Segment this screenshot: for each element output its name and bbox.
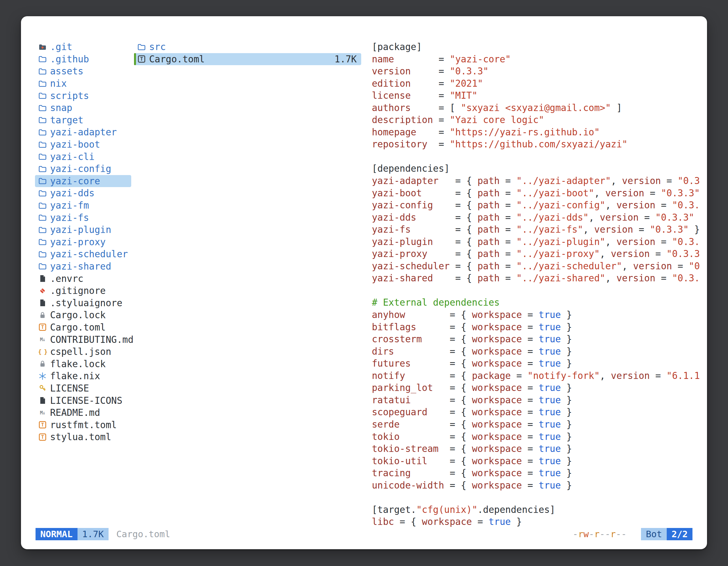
code-line: yazi-proxy = { path = "../yazi-proxy", v… — [372, 248, 705, 260]
item-size: 1.7K — [335, 54, 359, 65]
code-line: unicode-width = { workspace = true } — [372, 479, 705, 492]
file-row[interactable]: .gitignore — [35, 285, 131, 297]
code-line: futures = { workspace = true } — [372, 357, 705, 370]
dir-row[interactable]: yazi-proxy — [35, 236, 131, 248]
code-line: notify = { package = "notify-fork", vers… — [372, 370, 705, 382]
dir-row[interactable]: yazi-dds — [35, 187, 131, 200]
dir-row[interactable]: yazi-boot — [35, 139, 131, 151]
item-label: Cargo.toml — [50, 322, 106, 333]
dir-row[interactable]: yazi-cli — [35, 151, 131, 163]
code-line: libc = { workspace = true } — [372, 516, 705, 528]
dir-row[interactable]: yazi-config — [35, 163, 131, 175]
status-filename: Cargo.toml — [116, 529, 170, 539]
item-label: yazi-config — [50, 163, 111, 174]
folder-icon — [136, 43, 147, 51]
code-line: [dependencies] — [372, 163, 705, 175]
item-label: yazi-core — [50, 176, 100, 187]
item-label: nix — [50, 78, 67, 89]
current-directory-pane: srcTCargo.toml1.7K — [134, 41, 361, 65]
folder-icon — [37, 201, 48, 210]
item-label: yazi-cli — [50, 151, 95, 162]
file-row[interactable]: .styluaignore — [35, 297, 131, 309]
folder-icon — [37, 55, 48, 63]
file-size-chip: 1.7K — [78, 528, 109, 540]
item-label: flake.nix — [50, 370, 100, 381]
code-line: version = "0.3.3" — [372, 65, 705, 78]
code-line: yazi-scheduler = { path = "../yazi-sched… — [372, 260, 705, 273]
file-row[interactable]: M↓CONTRIBUTING.md — [35, 333, 131, 346]
toml-icon: T — [37, 323, 48, 331]
file-icon — [37, 299, 48, 307]
dir-row[interactable]: .github — [35, 53, 131, 65]
toml-dark-icon: T — [136, 55, 147, 63]
dir-row[interactable]: yazi-fs — [35, 212, 131, 224]
code-line: anyhow = { workspace = true } — [372, 309, 705, 321]
dir-row[interactable]: yazi-adapter — [35, 126, 131, 139]
dir-row[interactable]: .git — [35, 41, 131, 53]
file-row[interactable]: flake.nix — [35, 370, 131, 382]
mode-indicator: NORMAL — [36, 528, 78, 540]
folder-icon — [37, 152, 48, 161]
item-label: yazi-boot — [50, 139, 100, 150]
dir-row[interactable]: yazi-scheduler — [35, 248, 131, 261]
file-row[interactable]: Tstylua.toml — [35, 431, 131, 443]
file-row[interactable]: LICENSE — [35, 382, 131, 394]
toml-icon: T — [37, 421, 48, 428]
dir-row[interactable]: yazi-plugin — [35, 224, 131, 236]
folder-icon — [37, 91, 48, 100]
code-line: tracing = { workspace = true } — [372, 467, 705, 479]
code-line: yazi-config = { path = "../yazi-config",… — [372, 199, 705, 212]
dir-row[interactable]: assets — [35, 65, 131, 78]
file-row[interactable]: { }cspell.json — [35, 346, 131, 358]
file-row[interactable]: Cargo.lock — [35, 309, 131, 321]
file-row[interactable]: M↓README.md — [35, 407, 131, 419]
code-line: edition = "2021" — [372, 78, 705, 90]
dir-row[interactable]: yazi-core — [35, 175, 131, 187]
file-row[interactable]: Trustfmt.toml — [35, 419, 131, 431]
git-icon — [37, 286, 48, 295]
status-bar-right: -rw-r--r-- Bot 2/2 — [573, 528, 692, 540]
item-label: flake.lock — [50, 358, 106, 369]
file-icon — [37, 396, 48, 405]
item-label: target — [50, 115, 83, 126]
item-label: .envrc — [50, 273, 83, 284]
item-label: LICENSE — [50, 383, 89, 394]
dir-row[interactable]: yazi-fm — [35, 200, 131, 212]
item-label: yazi-scheduler — [50, 249, 128, 260]
folder-icon — [37, 189, 48, 198]
file-icon — [37, 274, 48, 283]
dir-row[interactable]: snap — [35, 102, 131, 114]
parent-directory-pane: .git.githubassetsnixscriptssnaptargetyaz… — [35, 41, 131, 443]
folder-icon — [37, 213, 48, 222]
dir-row[interactable]: nix — [35, 78, 131, 90]
item-label: LICENSE-ICONS — [50, 395, 122, 406]
code-line: yazi-fs = { path = "../yazi-fs", version… — [372, 224, 705, 236]
file-row[interactable]: .envrc — [35, 273, 131, 285]
key-icon — [37, 384, 48, 392]
code-line: ratatui = { workspace = true } — [372, 394, 705, 406]
dir-row[interactable]: scripts — [35, 90, 131, 102]
item-label: yazi-plugin — [50, 224, 111, 235]
item-label: yazi-shared — [50, 261, 111, 272]
file-row[interactable]: LICENSE-ICONS — [35, 394, 131, 407]
file-row[interactable]: TCargo.toml — [35, 321, 131, 333]
folder-icon — [37, 67, 48, 76]
item-label: assets — [50, 66, 83, 77]
code-line: parking_lot = { workspace = true } — [372, 382, 705, 394]
item-label: .gitignore — [50, 285, 106, 296]
dir-row[interactable]: src — [134, 41, 361, 53]
folder-icon — [37, 79, 48, 88]
code-line — [372, 491, 705, 504]
dir-row[interactable]: yazi-shared — [35, 261, 131, 273]
file-row[interactable]: TCargo.toml1.7K — [134, 53, 361, 65]
folder-icon — [37, 238, 48, 246]
folder-icon — [37, 140, 48, 149]
dir-row[interactable]: target — [35, 114, 131, 126]
status-bar: NORMAL 1.7K Cargo.toml -rw-r--r-- Bot 2/… — [36, 528, 692, 540]
folder-icon — [37, 128, 48, 137]
item-label: src — [149, 41, 166, 52]
item-label: .github — [50, 54, 89, 65]
file-row[interactable]: flake.lock — [35, 358, 131, 370]
yazi-window: .git.githubassetsnixscriptssnaptargetyaz… — [21, 16, 707, 549]
code-line: repository = "https://github.com/sxyazi/… — [372, 138, 705, 151]
